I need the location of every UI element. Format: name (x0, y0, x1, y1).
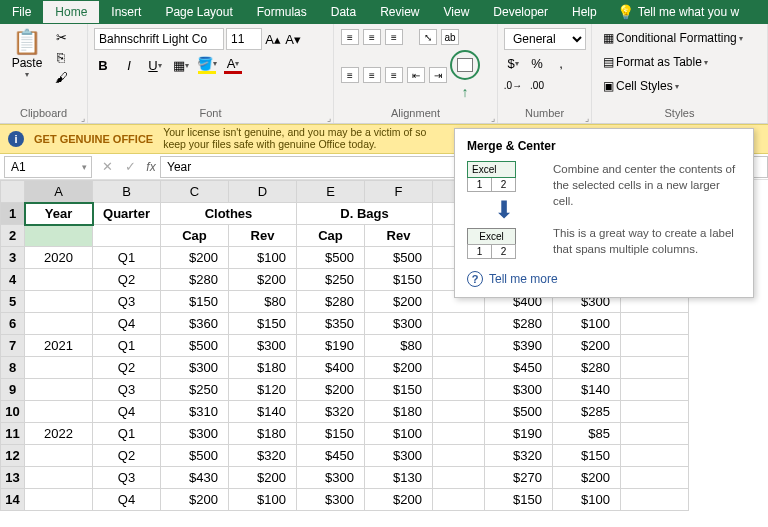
cell-G12[interactable] (433, 445, 485, 467)
cell-A3[interactable]: 2020 (25, 247, 93, 269)
row-header-5[interactable]: 5 (1, 291, 25, 313)
cell-J9[interactable] (621, 379, 689, 401)
cell-C9[interactable]: $250 (161, 379, 229, 401)
underline-button[interactable]: U▾ (146, 56, 164, 74)
row-header-8[interactable]: 8 (1, 357, 25, 379)
font-name-combo[interactable] (94, 28, 224, 50)
cell-G11[interactable] (433, 423, 485, 445)
cell-D5[interactable]: $80 (229, 291, 297, 313)
cell-J13[interactable] (621, 467, 689, 489)
increase-font-icon[interactable]: A▴ (264, 30, 282, 48)
tell-me-more-link[interactable]: Tell me more (489, 272, 558, 286)
cell-E1[interactable]: D. Bags (297, 203, 433, 225)
cell-H8[interactable]: $450 (485, 357, 553, 379)
select-all[interactable] (1, 181, 25, 203)
cell-H7[interactable]: $390 (485, 335, 553, 357)
name-box[interactable]: A1 (4, 156, 92, 178)
conditional-formatting-button[interactable]: ▦Conditional Formatting▾ (598, 28, 748, 48)
row-header-9[interactable]: 9 (1, 379, 25, 401)
cell-J6[interactable] (621, 313, 689, 335)
cell-B12[interactable]: Q2 (93, 445, 161, 467)
fill-color-button[interactable]: 🪣▾ (198, 56, 216, 74)
cell-C3[interactable]: $200 (161, 247, 229, 269)
cell-A8[interactable] (25, 357, 93, 379)
cell-D2[interactable]: Rev (229, 225, 297, 247)
enter-icon[interactable]: ✓ (119, 159, 142, 174)
cell-A11[interactable]: 2022 (25, 423, 93, 445)
cell-E13[interactable]: $300 (297, 467, 365, 489)
cell-A10[interactable] (25, 401, 93, 423)
row-header-2[interactable]: 2 (1, 225, 25, 247)
row-header-13[interactable]: 13 (1, 467, 25, 489)
align-left-icon[interactable]: ≡ (341, 67, 359, 83)
cell-C6[interactable]: $360 (161, 313, 229, 335)
tab-help[interactable]: Help (560, 1, 609, 23)
align-top-icon[interactable]: ≡ (341, 29, 359, 45)
cell-F14[interactable]: $200 (365, 489, 433, 511)
cell-J12[interactable] (621, 445, 689, 467)
col-header-C[interactable]: C (161, 181, 229, 203)
cell-H12[interactable]: $320 (485, 445, 553, 467)
cell-E3[interactable]: $500 (297, 247, 365, 269)
decrease-decimal-icon[interactable]: .00 (528, 76, 546, 94)
percent-icon[interactable]: % (528, 54, 546, 72)
cell-A4[interactable] (25, 269, 93, 291)
cell-G10[interactable] (433, 401, 485, 423)
col-header-D[interactable]: D (229, 181, 297, 203)
cell-B4[interactable]: Q2 (93, 269, 161, 291)
cell-D13[interactable]: $200 (229, 467, 297, 489)
cell-styles-button[interactable]: ▣Cell Styles▾ (598, 76, 684, 96)
tab-insert[interactable]: Insert (99, 1, 153, 23)
cell-E4[interactable]: $250 (297, 269, 365, 291)
fx-icon[interactable]: fx (142, 160, 160, 174)
cell-D11[interactable]: $180 (229, 423, 297, 445)
cell-H6[interactable]: $280 (485, 313, 553, 335)
cell-A9[interactable] (25, 379, 93, 401)
col-header-E[interactable]: E (297, 181, 365, 203)
cell-B14[interactable]: Q4 (93, 489, 161, 511)
cut-icon[interactable]: ✂ (52, 28, 70, 46)
cell-F12[interactable]: $300 (365, 445, 433, 467)
cell-F4[interactable]: $150 (365, 269, 433, 291)
italic-button[interactable]: I (120, 56, 138, 74)
cell-C13[interactable]: $430 (161, 467, 229, 489)
cell-C11[interactable]: $300 (161, 423, 229, 445)
font-color-button[interactable]: A▾ (224, 56, 242, 74)
cell-A12[interactable] (25, 445, 93, 467)
cell-B3[interactable]: Q1 (93, 247, 161, 269)
font-size-combo[interactable] (226, 28, 262, 50)
cell-D8[interactable]: $180 (229, 357, 297, 379)
decrease-indent-icon[interactable]: ⇤ (407, 67, 425, 83)
cell-C4[interactable]: $280 (161, 269, 229, 291)
align-right-icon[interactable]: ≡ (385, 67, 403, 83)
row-header-11[interactable]: 11 (1, 423, 25, 445)
cell-G7[interactable] (433, 335, 485, 357)
cell-J8[interactable] (621, 357, 689, 379)
tab-view[interactable]: View (432, 1, 482, 23)
cell-A1[interactable]: Year (25, 203, 93, 225)
cell-H11[interactable]: $190 (485, 423, 553, 445)
number-format-combo[interactable]: General (504, 28, 586, 50)
cell-E14[interactable]: $300 (297, 489, 365, 511)
increase-indent-icon[interactable]: ⇥ (429, 67, 447, 83)
cell-C1[interactable]: Clothes (161, 203, 297, 225)
cell-E9[interactable]: $200 (297, 379, 365, 401)
cell-D9[interactable]: $120 (229, 379, 297, 401)
cell-I12[interactable]: $150 (553, 445, 621, 467)
cell-B8[interactable]: Q2 (93, 357, 161, 379)
cell-C12[interactable]: $500 (161, 445, 229, 467)
cell-B10[interactable]: Q4 (93, 401, 161, 423)
cell-G14[interactable] (433, 489, 485, 511)
cell-I9[interactable]: $140 (553, 379, 621, 401)
cell-C10[interactable]: $310 (161, 401, 229, 423)
cell-J7[interactable] (621, 335, 689, 357)
cell-J10[interactable] (621, 401, 689, 423)
cell-A14[interactable] (25, 489, 93, 511)
cell-F3[interactable]: $500 (365, 247, 433, 269)
cell-B7[interactable]: Q1 (93, 335, 161, 357)
cell-E6[interactable]: $350 (297, 313, 365, 335)
cell-D6[interactable]: $150 (229, 313, 297, 335)
cell-B5[interactable]: Q3 (93, 291, 161, 313)
cell-E2[interactable]: Cap (297, 225, 365, 247)
cell-D10[interactable]: $140 (229, 401, 297, 423)
